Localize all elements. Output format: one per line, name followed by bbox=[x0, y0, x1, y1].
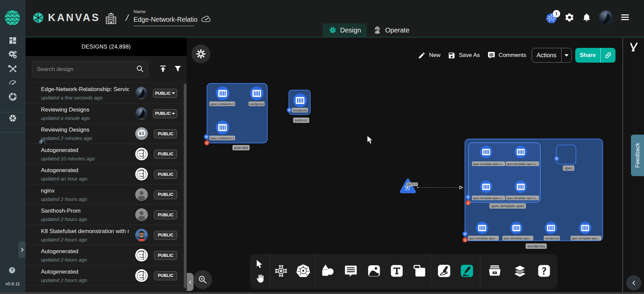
layer5-logo-icon[interactable] bbox=[4, 9, 21, 26]
kubernetes-badge[interactable] bbox=[204, 134, 209, 139]
copy-link-button[interactable] bbox=[600, 48, 615, 63]
tab-operate[interactable]: Operate bbox=[367, 23, 415, 37]
panel-collapse-handle[interactable] bbox=[187, 273, 194, 291]
container-icon-circle[interactable] bbox=[510, 222, 523, 234]
error-count-badge[interactable]: 3 bbox=[466, 200, 471, 205]
scrollbar-thumb[interactable] bbox=[184, 84, 186, 288]
container-icon-circle[interactable] bbox=[250, 86, 264, 100]
design-visibility-badge[interactable]: PUBLIC bbox=[154, 190, 177, 199]
design-list-item[interactable]: K8 Statefulset demonstration with mo upd… bbox=[25, 225, 183, 245]
kubernetes-context-icon[interactable]: 1 bbox=[546, 13, 557, 23]
sidebar-item-kanvas[interactable] bbox=[0, 111, 25, 125]
container-icon-circle[interactable] bbox=[545, 222, 557, 234]
meshery-spinner-button[interactable] bbox=[192, 45, 210, 63]
tab-design[interactable]: Design bbox=[323, 23, 367, 37]
toolbar-help-button[interactable] bbox=[537, 264, 551, 279]
design-list-item[interactable]: Reviewing Designs updated a minute ago P… bbox=[25, 103, 183, 124]
hamburger-menu-icon[interactable] bbox=[621, 14, 629, 21]
kubernetes-tool-button[interactable] bbox=[296, 264, 311, 279]
design-list-item[interactable]: Autogenerated updated 2 hours ago PUBLIC bbox=[25, 245, 183, 266]
components-tool-button[interactable] bbox=[274, 264, 288, 279]
node-pod-skd[interactable]: spec.containers.0 wordpress spec.contain… bbox=[207, 83, 268, 143]
save-as-button[interactable]: Save As bbox=[448, 52, 480, 59]
container-icon-circle[interactable] bbox=[293, 93, 307, 107]
sidebar-item-dashboard[interactable] bbox=[0, 33, 25, 48]
shapes-tool-button[interactable] bbox=[320, 264, 335, 279]
organization-icon[interactable] bbox=[105, 12, 117, 26]
feedback-tab[interactable]: Feedback bbox=[631, 135, 644, 176]
select-tool-button[interactable] bbox=[255, 259, 264, 270]
actions-button[interactable]: Actions bbox=[532, 48, 561, 62]
error-count-badge[interactable]: 3 bbox=[463, 237, 468, 242]
node-spec[interactable] bbox=[556, 145, 576, 164]
container-icon-circle[interactable] bbox=[476, 222, 488, 234]
note-tool-button[interactable] bbox=[413, 264, 427, 279]
design-name-field[interactable]: Name Edge-Network-Relatio bbox=[133, 9, 194, 26]
design-visibility-badge[interactable]: PUBLIC bbox=[154, 129, 177, 138]
new-design-button[interactable]: New bbox=[418, 52, 440, 59]
sidebar-item-configuration[interactable] bbox=[0, 62, 25, 76]
kubernetes-badge[interactable] bbox=[463, 231, 468, 236]
design-list-item[interactable]: Edge-Network-Relationship: Service updat… bbox=[25, 83, 183, 103]
container-icon-circle[interactable] bbox=[515, 146, 527, 158]
sidebar-item-lifecycle[interactable] bbox=[0, 48, 25, 62]
design-list-item[interactable]: Autogenerated updated 2 hours ago PUBLIC bbox=[25, 266, 183, 286]
design-list-scrollbar[interactable] bbox=[183, 83, 187, 294]
container-icon-circle[interactable] bbox=[216, 86, 229, 100]
actions-dropdown-caret[interactable] bbox=[561, 48, 572, 62]
comment-tool-button[interactable] bbox=[344, 264, 358, 279]
filter-designs-button[interactable] bbox=[174, 65, 182, 74]
share-button[interactable]: Share bbox=[575, 48, 600, 63]
shapes-dock-icon[interactable] bbox=[629, 42, 639, 54]
design-name-value[interactable]: Edge-Network-Relatio bbox=[133, 16, 194, 23]
design-visibility-badge[interactable]: PUBLIC bbox=[154, 271, 177, 280]
comments-button[interactable]: Comments bbox=[487, 51, 526, 59]
zoom-in-button[interactable] bbox=[193, 270, 212, 289]
pen-tool-button[interactable] bbox=[437, 264, 451, 279]
kubernetes-badge[interactable] bbox=[287, 107, 292, 113]
kubernetes-badge[interactable] bbox=[554, 156, 559, 161]
image-tool-button[interactable] bbox=[367, 264, 381, 279]
layers-button[interactable] bbox=[513, 264, 527, 279]
history-drawer-button[interactable] bbox=[487, 264, 502, 279]
help-icon[interactable]: ? bbox=[9, 267, 15, 274]
sidebar-item-performance[interactable] bbox=[0, 76, 25, 90]
bottom-scrollbar[interactable] bbox=[0, 292, 644, 294]
design-search-input[interactable] bbox=[37, 66, 136, 73]
text-tool-button[interactable] bbox=[390, 264, 404, 279]
design-canvas[interactable]: New Save As Comments Actions Share bbox=[187, 38, 623, 294]
design-list-item[interactable]: nginx updated 2 hours ago PUBLIC bbox=[25, 185, 183, 205]
container-icon-circle[interactable] bbox=[480, 180, 492, 193]
design-list-item[interactable]: Autogenerated updated 10 minutes ago PUB… bbox=[25, 144, 183, 164]
design-visibility-badge[interactable]: PUBLIC bbox=[154, 210, 177, 219]
node-pod-rcc[interactable]: wordpress bbox=[288, 90, 311, 115]
design-list-item[interactable]: Autogenerated updated an hour ago PUBLIC bbox=[25, 164, 183, 185]
import-design-button[interactable] bbox=[159, 65, 167, 74]
kubernetes-badge[interactable] bbox=[466, 195, 471, 200]
design-visibility-badge[interactable]: PUBLIC bbox=[153, 89, 177, 98]
design-visibility-badge[interactable]: PUBLIC bbox=[153, 109, 177, 118]
node-wordpress-deployment[interactable]: spec.template.spec.s... spec.template.sp… bbox=[465, 139, 603, 241]
sidebar-item-extensions[interactable] bbox=[0, 90, 25, 104]
container-icon-circle[interactable] bbox=[579, 222, 591, 234]
right-dock-collapse-button[interactable] bbox=[626, 275, 641, 290]
design-visibility-badge[interactable]: PUBLIC bbox=[154, 251, 177, 260]
container-icon-circle[interactable] bbox=[216, 121, 229, 134]
pan-tool-button[interactable] bbox=[255, 274, 264, 284]
design-visibility-badge[interactable]: PUBLIC bbox=[154, 170, 177, 179]
design-visibility-badge[interactable]: PUBLIC bbox=[154, 231, 177, 240]
node-spec-template-spec[interactable]: spec.template.spec.s... spec.template.sp… bbox=[468, 142, 541, 203]
container-icon-circle[interactable] bbox=[480, 146, 492, 158]
design-search-box[interactable] bbox=[32, 61, 148, 78]
container-icon-circle[interactable] bbox=[515, 180, 527, 193]
error-count-badge[interactable]: 2 bbox=[204, 140, 209, 145]
user-avatar[interactable] bbox=[599, 10, 614, 25]
sidebar-expand-button[interactable] bbox=[18, 241, 25, 258]
freehand-draw-button[interactable] bbox=[460, 264, 474, 279]
node-service-wordpress[interactable]: 80/TCP bbox=[399, 178, 416, 194]
settings-gear-icon[interactable] bbox=[565, 12, 575, 24]
design-visibility-badge[interactable]: PUBLIC bbox=[154, 150, 177, 159]
notifications-bell-icon[interactable] bbox=[582, 12, 591, 24]
design-list-item[interactable]: Santhosh-Prom updated 2 hours ago PUBLIC bbox=[25, 205, 183, 225]
design-list-item[interactable]: Reviewing Designs updated 2 minutes ago … bbox=[25, 124, 183, 144]
